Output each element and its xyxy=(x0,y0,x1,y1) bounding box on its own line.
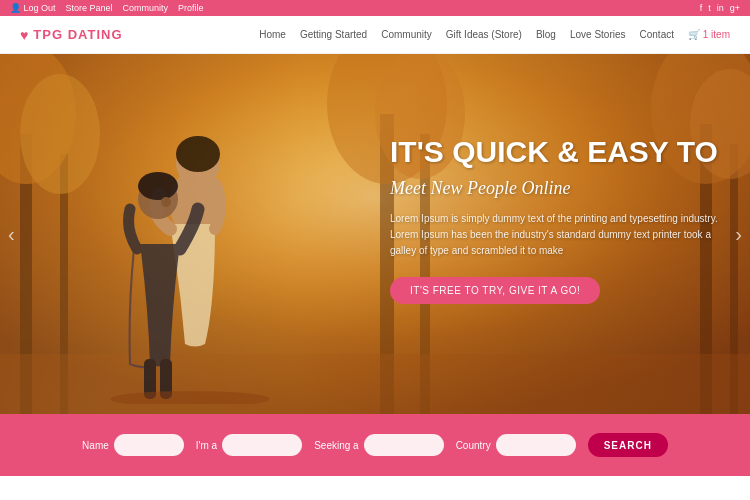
nav-getting-started[interactable]: Getting Started xyxy=(300,29,367,40)
instagram-icon[interactable]: in xyxy=(717,3,724,13)
nav-contact[interactable]: Contact xyxy=(640,29,674,40)
svg-point-19 xyxy=(138,172,178,200)
facebook-icon[interactable]: f xyxy=(700,3,703,13)
search-strip: Name I'm a Man Woman Seeking a Man Woman… xyxy=(0,414,750,476)
admin-link-store[interactable]: Store Panel xyxy=(66,3,113,13)
hero-title: IT'S QUICK & EASY TO xyxy=(390,134,720,170)
nav-gift-ideas[interactable]: Gift Ideas (Store) xyxy=(446,29,522,40)
hero-text-overlay: IT'S QUICK & EASY TO Meet New People Onl… xyxy=(390,134,720,304)
hero-body: Lorem Ipsum is simply dummy text of the … xyxy=(390,211,720,259)
nav-links: Home Getting Started Community Gift Idea… xyxy=(259,29,730,40)
carousel-arrow-left[interactable]: ‹ xyxy=(8,223,15,246)
cart-link[interactable]: 🛒 1 item xyxy=(688,29,730,40)
admin-link-profile[interactable]: Profile xyxy=(178,3,204,13)
admin-link-community[interactable]: Community xyxy=(123,3,169,13)
seeking-group: Seeking a Man Woman xyxy=(314,434,443,456)
iam-label: I'm a xyxy=(196,440,217,451)
hero-section: ‹ › IT'S QUICK & EASY TO Meet New People… xyxy=(0,54,750,414)
carousel-arrow-right[interactable]: › xyxy=(735,223,742,246)
admin-link-logout[interactable]: 👤 Log Out xyxy=(10,3,56,13)
nav-love-stories[interactable]: Love Stories xyxy=(570,29,626,40)
hero-cta-button[interactable]: IT'S FREE TO TRY, GIVE IT A GO! xyxy=(390,277,600,304)
svg-point-23 xyxy=(110,391,270,404)
admin-links: 👤 Log Out Store Panel Community Profile xyxy=(10,3,204,13)
seeking-select[interactable]: Man Woman xyxy=(364,434,444,456)
country-select[interactable]: USA UK Australia xyxy=(496,434,576,456)
nav-community[interactable]: Community xyxy=(381,29,432,40)
seeking-label: Seeking a xyxy=(314,440,358,451)
iam-group: I'm a Man Woman xyxy=(196,434,302,456)
google-icon[interactable]: g+ xyxy=(730,3,740,13)
social-icons: f t in g+ xyxy=(700,3,740,13)
country-group: Country USA UK Australia xyxy=(456,434,576,456)
admin-bar: 👤 Log Out Store Panel Community Profile … xyxy=(0,0,750,16)
search-button[interactable]: SEARCH xyxy=(588,433,668,457)
hero-subtitle: Meet New People Online xyxy=(390,178,720,199)
nav-blog[interactable]: Blog xyxy=(536,29,556,40)
nav-home[interactable]: Home xyxy=(259,29,286,40)
name-group: Name xyxy=(82,434,184,456)
country-label: Country xyxy=(456,440,491,451)
twitter-icon[interactable]: t xyxy=(708,3,711,13)
iam-select[interactable]: Man Woman xyxy=(222,434,302,456)
site-logo[interactable]: ♥ TPG DATING xyxy=(20,27,123,43)
couple-image xyxy=(40,64,340,404)
navbar: ♥ TPG DATING Home Getting Started Commun… xyxy=(0,16,750,54)
logo-text: TPG DATING xyxy=(33,27,122,42)
svg-point-20 xyxy=(161,197,171,207)
svg-point-17 xyxy=(176,136,220,172)
name-label: Name xyxy=(82,440,109,451)
logo-icon: ♥ xyxy=(20,27,29,43)
name-input[interactable] xyxy=(114,434,184,456)
